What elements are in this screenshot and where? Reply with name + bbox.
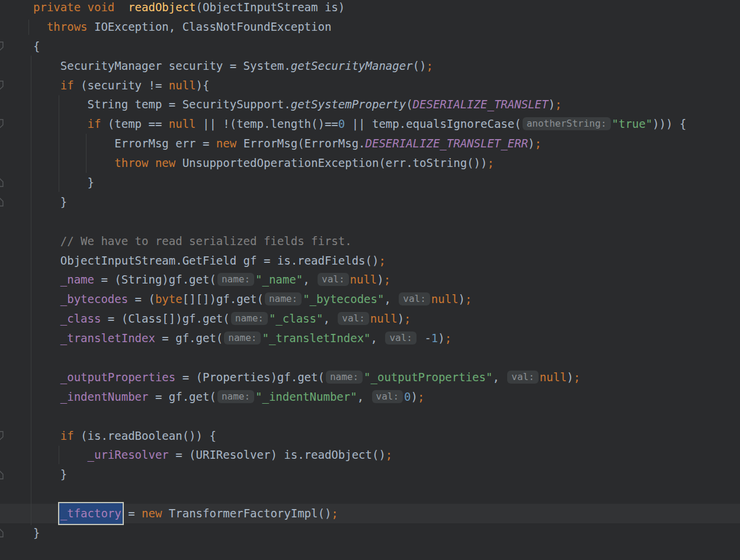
code-line[interactable]: _transletIndex = gf.get(name:"_transletI… (0, 329, 740, 348)
inlay-hint[interactable]: val: (372, 390, 403, 403)
code-token: , (303, 273, 316, 286)
code-token (33, 234, 60, 247)
code-line[interactable]: } (0, 523, 740, 543)
code-token: ) (411, 390, 418, 403)
inlay-hint[interactable]: name: (265, 292, 302, 305)
code-line[interactable]: _outputProperties = (Properties)gf.get(n… (0, 368, 740, 387)
inlay-hint[interactable]: val: (399, 292, 430, 305)
code-token (33, 156, 114, 169)
code-token: = ( (128, 292, 155, 305)
code-line[interactable] (0, 407, 740, 426)
code-token: , (492, 371, 506, 384)
code-token: getSystemProperty (291, 98, 406, 111)
code-line[interactable]: } (0, 173, 740, 192)
inlay-hint[interactable]: name: (326, 371, 363, 384)
code-token: ; (386, 448, 392, 461)
code-token: DESERIALIZE_TRANSLET_ERR (366, 137, 528, 150)
code-token: UnsupportedOperationException(err.toStri… (175, 156, 487, 169)
code-token (33, 429, 60, 442)
inlay-hint[interactable]: name: (217, 390, 254, 403)
code-token: null (169, 79, 196, 92)
code-token: _name (60, 273, 94, 286)
code-token: "_outputProperties" (364, 371, 492, 384)
code-line[interactable]: ErrorMsg err = new ErrorMsg(ErrorMsg.DES… (0, 134, 740, 153)
code-token: ; (379, 254, 385, 267)
code-token: 1 (431, 332, 438, 345)
code-line[interactable]: // We have to read serialized fields fir… (0, 231, 740, 251)
code-token: ; (535, 137, 542, 150)
code-token: ; (384, 273, 390, 286)
inlay-hint[interactable]: name: (231, 312, 268, 325)
code-token: , (323, 312, 337, 325)
code-token: ))) { (652, 117, 686, 130)
code-line[interactable]: ObjectInputStream.GetField gf = is.readF… (0, 251, 740, 271)
code-token: ObjectInputStream.GetField gf = is.readF… (33, 254, 379, 267)
code-token: ; (445, 332, 451, 345)
inlay-hint[interactable]: name: (224, 332, 261, 345)
code-token (33, 273, 60, 286)
code-token: ) (398, 312, 404, 325)
code-token (33, 448, 88, 461)
code-line[interactable]: _tfactory = new TransformerFactoryImpl()… (0, 504, 740, 523)
code-token (33, 371, 60, 384)
code-line[interactable] (0, 212, 740, 231)
inlay-hint[interactable]: val: (385, 332, 417, 345)
code-token: SecurityManager security = System. (33, 59, 291, 72)
code-token: ) (459, 292, 465, 305)
code-line[interactable]: } (0, 192, 740, 212)
code-token: (temp == (101, 117, 168, 130)
code-token: ) (528, 137, 534, 150)
inlay-hint[interactable]: name: (217, 273, 254, 286)
code-token: null (431, 292, 459, 305)
code-token: if (88, 117, 101, 130)
code-token: ( (406, 98, 412, 111)
code-line[interactable]: } (0, 465, 740, 484)
code-line[interactable]: throw new UnsupportedOperationException(… (0, 153, 740, 173)
code-token: _indentNumber (60, 390, 149, 403)
code-token: [][])gf.get( (182, 292, 264, 305)
inlay-hint[interactable]: val: (338, 312, 369, 325)
code-token (33, 312, 60, 325)
code-token: _uriResolver (88, 448, 169, 461)
code-token: 0 (404, 390, 411, 403)
code-token: , (384, 292, 398, 305)
code-line[interactable]: if (security != null){ (0, 76, 740, 95)
code-line[interactable]: private void readObject(ObjectInputStrea… (0, 0, 740, 17)
code-token: _transletIndex (60, 332, 155, 345)
code-line[interactable]: String temp = SecuritySupport.getSystemP… (0, 95, 740, 114)
code-token: , (371, 332, 385, 345)
code-token: ) (438, 332, 444, 345)
code-area[interactable]: private void readObject(ObjectInputStrea… (0, 0, 740, 543)
code-token: "_class" (269, 312, 323, 325)
code-line[interactable]: SecurityManager security = System.getSec… (0, 56, 740, 76)
code-line[interactable]: throws IOException, ClassNotFoundExcepti… (0, 17, 740, 37)
code-token: readObject (128, 1, 196, 14)
code-line[interactable]: if (temp == null || !(temp.length()==0 |… (0, 114, 740, 134)
selected-text[interactable]: _tfactory (58, 502, 124, 525)
code-token: new (216, 137, 236, 150)
code-token: null (350, 273, 377, 286)
code-line[interactable]: _name = (String)gf.get(name:"_name", val… (0, 270, 740, 289)
code-line[interactable]: _uriResolver = (URIResolver) is.readObje… (0, 445, 740, 465)
code-token: TransformerFactoryImpl() (162, 507, 331, 520)
code-token: if (60, 429, 74, 442)
code-line[interactable]: if (is.readBoolean()) { (0, 426, 740, 446)
code-line[interactable]: { (0, 37, 740, 56)
code-token: || temp.equalsIgnoreCase( (345, 117, 521, 130)
code-token: = (Properties)gf.get( (175, 371, 325, 384)
code-line[interactable]: _indentNumber = gf.get(name:"_indentNumb… (0, 387, 740, 407)
inlay-hint[interactable]: val: (318, 273, 349, 286)
code-line[interactable]: _class = (Class[])gf.get(name:"_class", … (0, 309, 740, 329)
code-token (33, 332, 60, 345)
code-token: _class (60, 312, 101, 325)
code-token: if (60, 79, 74, 92)
code-token (33, 507, 60, 520)
code-line[interactable]: _bytecodes = (byte[][])gf.get(name:"_byt… (0, 289, 740, 309)
code-token (33, 20, 47, 33)
code-token: ; (487, 156, 494, 169)
code-line[interactable] (0, 348, 740, 368)
code-line[interactable] (0, 484, 740, 504)
code-token: } (33, 195, 67, 208)
inlay-hint[interactable]: val: (507, 371, 539, 384)
inlay-hint[interactable]: anotherString: (523, 117, 611, 130)
